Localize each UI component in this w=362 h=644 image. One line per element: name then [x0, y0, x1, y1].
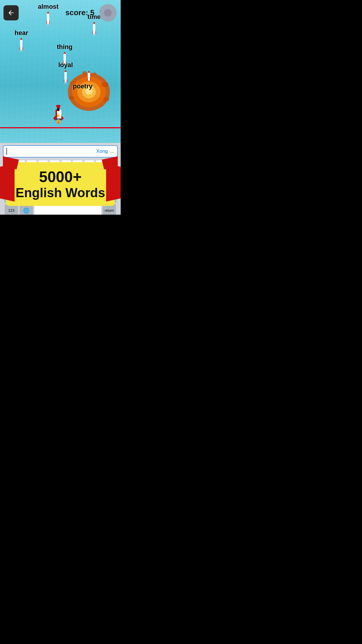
svg-marker-49	[88, 71, 90, 73]
svg-point-60	[57, 121, 60, 124]
key-emoji[interactable]: 🌐	[20, 204, 33, 215]
key-q[interactable]: Q	[3, 160, 14, 173]
svg-rect-48	[88, 73, 90, 81]
key-k[interactable]: K	[91, 175, 101, 188]
key-e[interactable]: E	[27, 160, 37, 173]
text-cursor	[6, 148, 7, 155]
score-display: score: 5	[65, 8, 94, 17]
key-backspace[interactable]: ⌫	[103, 190, 116, 202]
key-v[interactable]: V	[55, 190, 66, 202]
game-area: score: 5 almost time	[0, 0, 121, 143]
word-thing: thing	[57, 43, 73, 51]
key-m[interactable]: M	[91, 190, 101, 202]
svg-marker-24	[64, 52, 66, 54]
input-area: Xong ... Q W E R T Y U I O P A S D F G H…	[0, 143, 121, 215]
key-l[interactable]: L	[103, 175, 113, 188]
svg-marker-12	[95, 30, 96, 34]
svg-marker-4	[46, 20, 47, 24]
svg-marker-18	[20, 46, 20, 50]
key-s[interactable]: S	[19, 175, 30, 188]
key-n[interactable]: N	[79, 190, 89, 202]
svg-point-20	[20, 49, 22, 52]
missile-almost: almost	[38, 3, 59, 29]
key-a[interactable]: A	[7, 175, 18, 188]
key-shift[interactable]: ⇧	[4, 190, 18, 202]
missile-loyal: loyal	[58, 61, 73, 88]
key-b[interactable]: B	[67, 190, 78, 202]
svg-marker-3	[47, 12, 49, 13]
svg-point-34	[64, 81, 67, 84]
svg-rect-9	[93, 24, 95, 34]
sound-button[interactable]	[99, 4, 117, 22]
key-h[interactable]: H	[67, 175, 78, 188]
svg-marker-5	[49, 20, 50, 24]
key-numbers[interactable]: 123	[5, 204, 18, 215]
svg-point-61	[57, 108, 60, 111]
key-i[interactable]: I	[84, 160, 94, 173]
svg-marker-31	[64, 70, 67, 72]
autocomplete-suggestion[interactable]: Xong	[96, 148, 108, 154]
word-loyal: loyal	[58, 61, 73, 69]
player-rocket	[50, 105, 66, 130]
svg-point-6	[47, 23, 49, 26]
key-r[interactable]: R	[38, 160, 48, 173]
svg-marker-58	[61, 116, 64, 121]
key-f[interactable]: F	[43, 175, 54, 188]
svg-point-13	[93, 33, 95, 36]
svg-marker-19	[22, 46, 23, 50]
key-y[interactable]: Y	[61, 160, 71, 173]
svg-rect-2	[47, 13, 49, 24]
svg-marker-57	[53, 116, 56, 121]
autocomplete-more[interactable]: ...	[110, 148, 114, 154]
svg-rect-30	[64, 72, 67, 82]
key-space[interactable]	[34, 204, 101, 215]
key-return[interactable]: return	[103, 204, 116, 215]
svg-marker-33	[67, 78, 67, 82]
word-almost: almost	[38, 3, 59, 10]
keyboard: Q W E R T Y U I O P A S D F G H J K L ⇧ …	[3, 159, 118, 215]
text-input-row[interactable]: Xong ...	[3, 145, 118, 158]
svg-point-45	[93, 72, 97, 75]
svg-marker-11	[92, 30, 93, 34]
key-j[interactable]: J	[79, 175, 89, 188]
key-p[interactable]: P	[107, 160, 117, 173]
keyboard-row-3: ⇧ Z X C V B N M ⌫	[3, 190, 117, 202]
key-w[interactable]: W	[15, 160, 25, 173]
svg-marker-17	[20, 38, 22, 40]
svg-marker-51	[90, 77, 91, 81]
keyboard-row-2: A S D F G H J K L	[3, 175, 117, 188]
missile-hear: hear	[15, 29, 28, 55]
svg-point-43	[103, 97, 109, 102]
key-g[interactable]: G	[55, 175, 66, 188]
svg-point-41	[101, 82, 108, 87]
svg-point-42	[69, 96, 74, 100]
key-d[interactable]: D	[31, 175, 42, 188]
key-c[interactable]: C	[43, 190, 54, 202]
svg-marker-50	[87, 77, 88, 81]
word-hear: hear	[15, 29, 28, 37]
keyboard-row-4: 123 🌐 return	[3, 204, 117, 215]
back-button[interactable]	[3, 5, 19, 20]
key-u[interactable]: U	[73, 160, 83, 173]
svg-marker-32	[64, 78, 64, 82]
keyboard-row-1: Q W E R T Y U I O P	[3, 160, 117, 173]
svg-rect-16	[20, 40, 22, 50]
explosion: poetry	[67, 69, 114, 113]
key-t[interactable]: T	[50, 160, 60, 173]
key-o[interactable]: O	[96, 160, 106, 173]
key-x[interactable]: X	[31, 190, 42, 202]
key-z[interactable]: Z	[19, 190, 30, 202]
svg-marker-10	[93, 22, 95, 24]
